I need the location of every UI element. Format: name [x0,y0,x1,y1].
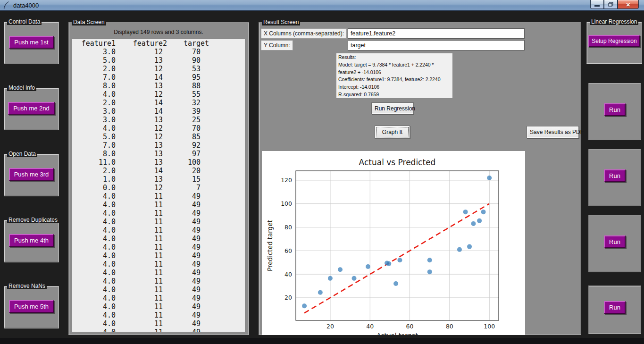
table-cell: 0.0 [75,184,116,192]
push-me-5th-button[interactable]: Push me 5th [9,300,54,313]
group-label: Remove NaNs [7,283,47,289]
group-open-data: Open Data Push me 3rd [4,154,59,196]
table-cell: 4.0 [75,209,116,218]
table-row: 2.01420 [75,167,245,175]
table-cell: 11 [116,226,163,235]
graph-it-button[interactable]: Graph It [375,126,410,139]
group-model-info: Model Info Push me 2nd [4,88,59,130]
push-me-4th-button[interactable]: Push me 4th [9,234,54,247]
push-me-2nd-button[interactable]: Push me 2nd [8,102,55,115]
close-button[interactable]: × [618,0,639,9]
table-cell: 49 [163,226,201,235]
table-row: 4.01149 [75,285,245,294]
y-column-input[interactable] [348,40,525,50]
minimize-button[interactable] [590,0,604,9]
table-row: 4.01149 [75,260,245,268]
restore-icon [608,2,613,7]
run-button-3[interactable]: Run [604,235,626,248]
table-cell: 12 [116,65,163,73]
column-header: target [171,39,209,48]
table-cell: 32 [163,99,201,107]
table-cell: 2.0 [75,65,116,73]
table-cell: 13 [116,158,163,167]
run-button-1[interactable]: Run [604,103,626,116]
table-cell: 4.0 [75,319,116,328]
x-axis-label: Actual target [376,332,418,335]
table-cell: 92 [163,141,201,150]
table-row: 3.01270 [75,48,245,56]
table-cell: 12 [116,124,163,133]
table-cell: 11 [116,201,163,209]
table-row: 4.01149 [75,192,245,201]
scatter-point [352,276,357,281]
table-cell: 85 [163,133,201,141]
push-me-3rd-button[interactable]: Push me 3rd [9,168,54,181]
table-cell: 2.0 [75,167,116,175]
table-cell: 55 [163,90,201,99]
table-cell: 11 [116,260,163,268]
restore-button[interactable] [604,0,618,9]
linear-regression-group: Linear Regression Setup Regression [586,22,642,64]
table-row: 4.01149 [75,302,245,311]
table-cell: 49 [163,243,201,252]
table-cell: 11 [116,328,163,332]
column-header: feature2 [120,39,167,48]
scatter-point [471,221,476,226]
table-cell: 13 [116,141,163,150]
table-cell: 4.0 [75,260,116,268]
run-box-3: Run [588,215,641,272]
group-remove-nans: Remove NaNs Push me 5th [4,286,59,328]
table-cell: 4.0 [75,90,116,99]
feather-icon [3,1,9,9]
data-table[interactable]: feature1 feature2 target 3.012705.013902… [72,39,245,332]
push-me-1st-button[interactable]: Push me 1st [9,36,53,49]
group-label: Model Info [7,84,36,91]
table-cell: 4.0 [75,328,116,332]
table-cell: 14 [116,167,163,175]
x-columns-input[interactable] [348,28,525,39]
table-cell: 88 [163,82,201,90]
run-regression-button[interactable]: Run Regression [371,102,414,114]
table-cell: 11 [116,192,163,201]
save-results-pdf-button[interactable]: Save Results as PDF [527,126,579,138]
table-row: 0.0127 [75,184,245,192]
run-button-2[interactable]: Run [604,169,626,182]
data-table-body: 3.012705.013902.012537.014958.013884.012… [75,48,245,332]
table-cell: 11 [116,311,163,319]
table-cell: 3.0 [75,116,116,124]
regression-results-text: Results: Model: target = 9.7384 * featur… [336,53,453,99]
table-cell: 11 [116,243,163,252]
group-label: Data Screen [72,19,106,25]
table-row: 4.01149 [75,235,245,243]
scatter-point [386,261,391,266]
table-cell: 49 [163,209,201,218]
table-cell: 25 [163,116,201,124]
table-cell: 13 [116,82,163,90]
table-header-row: feature1 feature2 target [75,39,245,48]
table-cell: 7.0 [75,141,116,150]
table-row: 4.01149 [75,328,245,332]
table-cell: 7.0 [75,73,116,82]
group-label: Open Data [7,151,37,157]
scatter-point [397,258,402,262]
table-row: 3.01325 [75,116,245,124]
run-button-4[interactable]: Run [604,301,626,314]
scatter-point [427,258,432,262]
table-row: 4.01149 [75,268,245,277]
table-cell: 11 [116,268,163,277]
table-row: 4.01149 [75,226,245,235]
y-axis-label: Predicted target [266,220,274,271]
y-tick-label: 60 [284,247,292,254]
table-cell: 4.0 [75,285,116,294]
table-cell: 70 [163,124,201,133]
setup-regression-button[interactable]: Setup Regression [588,35,640,47]
table-cell: 11 [116,218,163,226]
run-box-4: Run [588,285,641,334]
scatter-point [393,281,398,286]
table-cell: 13 [116,116,163,124]
window-titlebar[interactable]: data4000 × [0,0,644,11]
group-label: Remove Duplicates [7,217,59,223]
table-row: 4.01149 [75,243,245,252]
table-cell: 70 [163,48,201,56]
table-cell: 3.0 [75,107,116,116]
